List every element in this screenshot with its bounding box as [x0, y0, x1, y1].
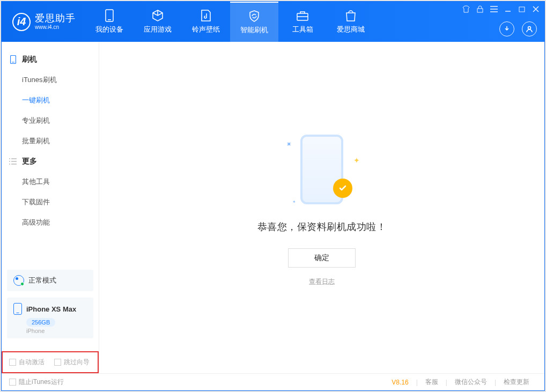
user-button[interactable]: [522, 21, 537, 36]
view-log-link[interactable]: 查看日志: [309, 277, 335, 286]
phone-icon: [103, 9, 116, 22]
device-icon: [13, 303, 22, 315]
shirt-icon[interactable]: [462, 5, 470, 13]
nav-tabs: 我的设备 应用游戏 铃声壁纸 智能刷机 工具箱 爱思商城: [85, 2, 375, 42]
device-type: iPhone: [26, 328, 87, 334]
footer: 阻止iTunes运行 V8.16 | 客服 | 微信公众号 | 检查更新: [2, 373, 544, 390]
header: i4 爱思助手 www.i4.cn 我的设备 应用游戏 铃声壁纸 智能刷机: [2, 2, 544, 42]
svg-rect-3: [477, 9, 483, 12]
sparkle-icon: ✦: [284, 139, 294, 150]
mode-label: 正常模式: [28, 276, 56, 285]
logo-icon: i4: [12, 13, 31, 31]
checkbox-skip-guide[interactable]: 跳过向导: [54, 358, 90, 367]
checkbox-icon: [9, 359, 16, 366]
body: 刷机 iTunes刷机 一键刷机 专业刷机 批量刷机 更多 其他工具 下载固件 …: [2, 42, 544, 373]
lock-icon[interactable]: [476, 5, 484, 13]
tab-my-device[interactable]: 我的设备: [85, 2, 134, 42]
tab-smart-flash[interactable]: 智能刷机: [230, 2, 278, 42]
footer-link-support[interactable]: 客服: [418, 378, 446, 387]
app-window: i4 爱思助手 www.i4.cn 我的设备 应用游戏 铃声壁纸 智能刷机: [1, 1, 545, 391]
app-name: 爱思助手: [35, 13, 76, 24]
checkbox-auto-activate[interactable]: 自动激活: [9, 358, 45, 367]
bag-icon: [344, 9, 357, 22]
music-file-icon: [200, 9, 212, 22]
cube-icon: [151, 9, 164, 22]
list-icon: [9, 158, 17, 165]
phone-small-icon: [9, 56, 17, 63]
sidebar-item-itunes-flash[interactable]: iTunes刷机: [2, 70, 99, 90]
sidebar: 刷机 iTunes刷机 一键刷机 专业刷机 批量刷机 更多 其他工具 下载固件 …: [2, 42, 99, 373]
svg-point-5: [528, 27, 531, 29]
close-icon[interactable]: [532, 5, 540, 13]
svg-rect-1: [108, 19, 111, 20]
app-url: www.i4.cn: [35, 24, 76, 30]
tab-ringtone-wallpaper[interactable]: 铃声壁纸: [182, 2, 230, 42]
group-more: 更多: [2, 151, 99, 172]
tab-apps-games[interactable]: 应用游戏: [134, 2, 182, 42]
footer-link-wechat[interactable]: 微信公众号: [447, 378, 495, 387]
check-badge-icon: [333, 179, 352, 198]
sidebar-item-batch-flash[interactable]: 批量刷机: [2, 131, 99, 151]
sidebar-item-oneclick-flash[interactable]: 一键刷机: [2, 90, 99, 110]
checkbox-icon: [54, 359, 61, 366]
tab-toolbox[interactable]: 工具箱: [278, 2, 327, 42]
sparkle-icon: ✦: [353, 156, 360, 165]
tab-store[interactable]: 爱思商城: [327, 2, 375, 42]
sidebar-item-other-tools[interactable]: 其他工具: [2, 172, 99, 192]
toolbox-icon: [296, 9, 309, 22]
ok-button[interactable]: 确定: [288, 248, 356, 268]
mode-box[interactable]: 正常模式: [7, 270, 93, 291]
window-controls: [462, 5, 540, 13]
logo[interactable]: i4 爱思助手 www.i4.cn: [2, 2, 85, 42]
svg-rect-4: [519, 7, 525, 12]
sync-shield-icon: [248, 10, 261, 23]
device-storage: 256GB: [26, 318, 55, 327]
menu-icon[interactable]: [490, 5, 498, 13]
success-illustration: ✦ ✦ ✦: [276, 129, 367, 210]
sparkle-icon: ✦: [292, 199, 296, 204]
highlighted-options: 自动激活 跳过向导: [2, 351, 99, 373]
success-message: 恭喜您，保资料刷机成功啦！: [257, 220, 387, 233]
group-flash: 刷机: [2, 49, 99, 70]
header-right: [499, 21, 537, 36]
checkbox-icon: [9, 379, 16, 386]
sidebar-item-advanced[interactable]: 高级功能: [2, 212, 99, 233]
device-name: iPhone XS Max: [26, 305, 76, 313]
minimize-icon[interactable]: [504, 5, 512, 13]
maximize-icon[interactable]: [518, 5, 526, 13]
sidebar-item-download-firmware[interactable]: 下载固件: [2, 192, 99, 212]
footer-link-update[interactable]: 检查更新: [496, 378, 537, 387]
download-button[interactable]: [499, 21, 514, 36]
sidebar-item-pro-flash[interactable]: 专业刷机: [2, 110, 99, 131]
main-content: ✦ ✦ ✦ 恭喜您，保资料刷机成功啦！ 确定 查看日志: [99, 42, 544, 373]
svg-rect-7: [12, 62, 14, 63]
device-box[interactable]: iPhone XS Max 256GB iPhone: [7, 298, 93, 338]
mode-status-icon: [13, 275, 24, 286]
version-label: V8.16: [392, 379, 408, 386]
checkbox-stop-itunes[interactable]: 阻止iTunes运行: [9, 378, 64, 387]
